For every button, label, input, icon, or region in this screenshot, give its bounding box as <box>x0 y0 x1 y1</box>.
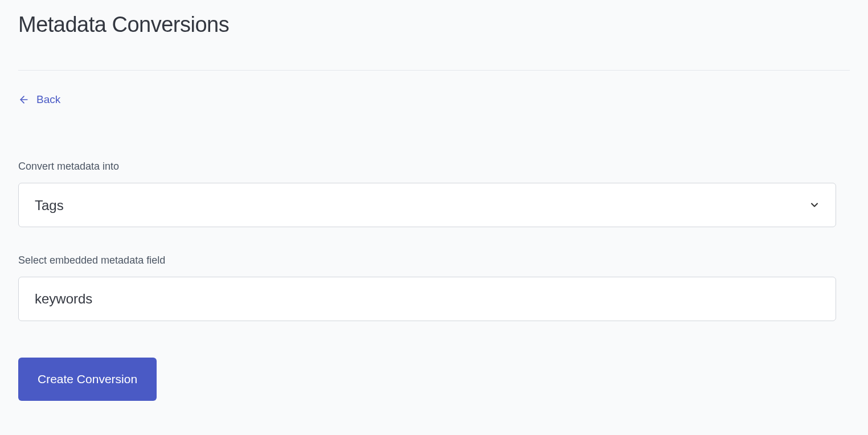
convert-into-label: Convert metadata into <box>18 161 850 173</box>
create-conversion-button[interactable]: Create Conversion <box>18 358 157 401</box>
metadata-field-label: Select embedded metadata field <box>18 255 850 266</box>
back-link-label: Back <box>36 93 60 106</box>
back-link[interactable]: Back <box>18 93 60 106</box>
arrow-left-icon <box>18 94 30 105</box>
divider <box>18 70 850 71</box>
convert-into-select[interactable]: Tags <box>18 183 836 227</box>
metadata-field-input[interactable] <box>18 277 836 321</box>
page-title: Metadata Conversions <box>18 13 850 37</box>
